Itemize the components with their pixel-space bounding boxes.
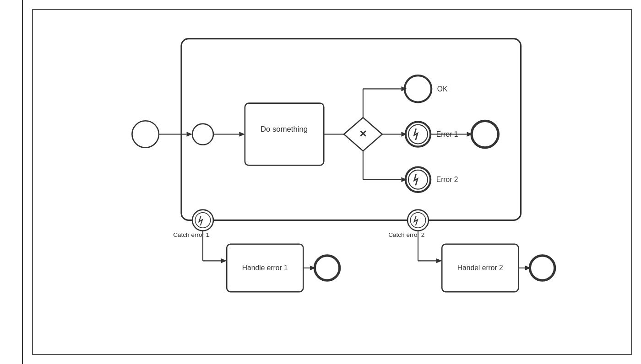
inner-start-event xyxy=(192,124,213,145)
gateway-x-label: ✕ xyxy=(359,128,367,139)
error1-event xyxy=(406,122,430,146)
end-event xyxy=(472,121,498,147)
arrow-head xyxy=(221,258,227,263)
bpmn-diagram: Do something ✕ OK Error 1 xyxy=(33,10,631,354)
arrow-head xyxy=(436,258,442,263)
ok-label: OK xyxy=(437,85,448,93)
handle-error1-label: Handle error 1 xyxy=(242,264,288,272)
catch-error1-label: Catch error 1 xyxy=(173,231,209,238)
end-error2-event xyxy=(530,256,554,280)
catch-error2-label: Catch error 2 xyxy=(388,231,424,238)
error2-lightning xyxy=(414,174,418,185)
main-canvas: Do something ✕ OK Error 1 xyxy=(32,9,632,355)
error1-lightning xyxy=(414,128,418,140)
arrow-head xyxy=(239,132,245,136)
arrow-head xyxy=(186,132,192,136)
error1-event-inner xyxy=(408,125,428,144)
ok-end-event xyxy=(405,75,431,102)
error2-event-inner xyxy=(408,170,428,189)
handle-error2-label: Handel error 2 xyxy=(457,264,503,272)
page: Do something ✕ OK Error 1 xyxy=(0,0,641,364)
error2-event xyxy=(406,167,430,192)
do-something-label: Do something xyxy=(261,125,308,134)
start-event xyxy=(132,121,158,147)
error2-label: Error 2 xyxy=(436,176,458,183)
left-panel xyxy=(0,0,23,364)
end-error1-event xyxy=(315,256,339,280)
do-something-task xyxy=(245,103,324,166)
